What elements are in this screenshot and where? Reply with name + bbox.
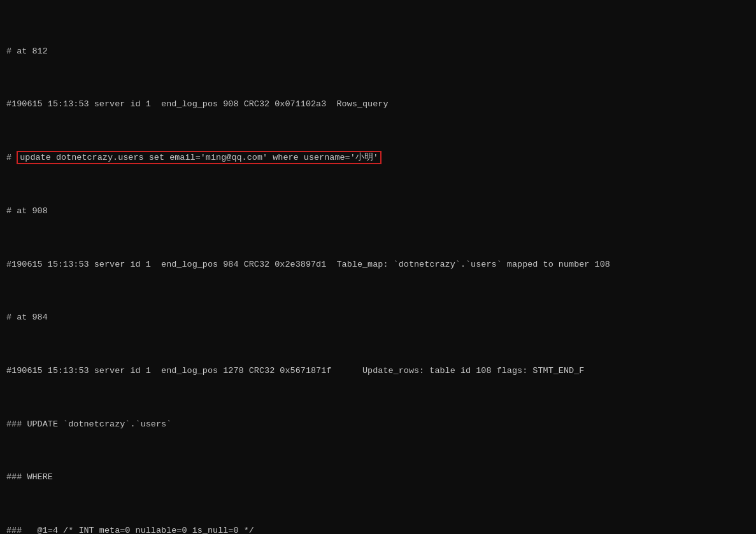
update-statement: update dotnetcrazy.users set email='ming… — [17, 151, 382, 164]
users-text: users — [118, 153, 144, 162]
line-1: # at 812 — [6, 45, 750, 59]
line-4: # at 908 — [6, 205, 750, 218]
line-3-update: # update dotnetcrazy.users set email='mi… — [6, 151, 750, 165]
line-6: # at 984 — [6, 311, 750, 325]
line-8: ### UPDATE `dotnetcrazy`.`users` — [6, 418, 750, 432]
line-5: #190615 15:13:53 server id 1 end_log_pos… — [6, 258, 750, 272]
line-2: #190615 15:13:53 server id 1 end_log_pos… — [6, 98, 750, 111]
line-7: #190615 15:13:53 server id 1 end_log_pos… — [6, 365, 750, 378]
line-9: ### WHERE — [6, 471, 750, 484]
terminal-output: # at 812 #190615 15:13:53 server id 1 en… — [6, 5, 750, 534]
line-10: ### @1=4 /* INT meta=0 nullable=0 is_nul… — [6, 524, 750, 534]
